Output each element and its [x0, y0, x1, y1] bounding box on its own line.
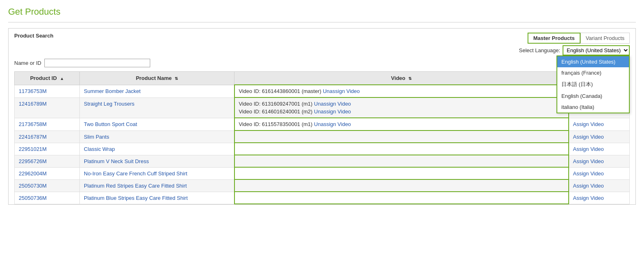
tab-master-products[interactable]: Master Products: [528, 33, 580, 44]
video-entry: Video ID: 6131609247001 (m1) Unassign Vi…: [239, 101, 564, 107]
language-select[interactable]: English (United States) français (France…: [563, 45, 630, 55]
product-id-link[interactable]: 12416789M: [19, 101, 47, 107]
cell-product-id: 21736758M: [15, 118, 80, 130]
cell-product-name: Two Button Sport Coat: [80, 118, 234, 130]
col-header-product-name[interactable]: Product Name ⇅: [80, 72, 234, 85]
cell-video: [234, 167, 569, 179]
assign-video-link[interactable]: Assign Video: [573, 170, 604, 177]
cell-product-name: Classic Wrap: [80, 143, 234, 155]
cell-assign-video: Assign Video: [569, 167, 630, 179]
product-id-link[interactable]: 21736758M: [19, 121, 47, 127]
product-id-link[interactable]: 22956726M: [19, 158, 47, 164]
product-name-link[interactable]: Two Button Sport Coat: [84, 121, 137, 127]
page-container: Get Products Product Search Master Produ…: [0, 0, 644, 211]
cell-video: [234, 192, 569, 204]
product-name-link[interactable]: No-Iron Easy Care French Cuff Striped Sh…: [84, 170, 187, 177]
sort-arrow-product-name: ⇅: [175, 76, 178, 81]
tab-variant-products[interactable]: Variant Products: [580, 33, 630, 44]
cell-product-id: 22956726M: [15, 155, 80, 167]
name-id-input[interactable]: [44, 59, 150, 67]
table-row: 22951021MClassic WrapAssign Video: [15, 143, 630, 155]
unassign-video-link[interactable]: Unassign Video: [323, 88, 360, 94]
language-dropdown-open: English (United States) français (France…: [556, 55, 630, 113]
table-row: 11736753MSummer Bomber JacketVideo ID: 6…: [15, 85, 630, 97]
page-title: Get Products: [8, 7, 636, 17]
table-row: 22956726MPlatinum V Neck Suit DressAssig…: [15, 155, 630, 167]
cell-product-name: Platinum Red Stripes Easy Care Fitted Sh…: [80, 179, 234, 192]
table-row: 21736758MTwo Button Sport CoatVideo ID: …: [15, 118, 630, 130]
cell-video: [234, 130, 569, 143]
unassign-video-link[interactable]: Unassign Video: [314, 101, 351, 107]
dropdown-option-en-ca[interactable]: English (Canada): [557, 91, 629, 102]
dropdown-option-en-us[interactable]: English (United States): [557, 56, 629, 67]
unassign-video-link[interactable]: Unassign Video: [314, 108, 351, 115]
products-table: Product ID ▲ Product Name ⇅ Video ⇅ 1173…: [14, 71, 630, 204]
cell-product-name: No-Iron Easy Care French Cuff Striped Sh…: [80, 167, 234, 179]
name-id-label: Name or ID: [14, 60, 41, 66]
sort-arrow-video: ⇅: [408, 76, 412, 81]
cell-video: Video ID: 6115578350001 (m1) Unassign Vi…: [234, 118, 569, 130]
cell-video: [234, 143, 569, 155]
product-search-section: Product Search Master Products Variant P…: [8, 28, 636, 205]
assign-video-link[interactable]: Assign Video: [573, 146, 604, 152]
cell-video: [234, 155, 569, 167]
product-id-link[interactable]: 22416787M: [19, 134, 47, 140]
tab-and-language: Master Products Variant Products Select …: [519, 33, 630, 55]
product-name-link[interactable]: Classic Wrap: [84, 146, 115, 152]
product-id-link[interactable]: 25050730M: [19, 183, 47, 189]
table-row: 22962004MNo-Iron Easy Care French Cuff S…: [15, 167, 630, 179]
video-entry: Video ID: 6115578350001 (m1) Unassign Vi…: [239, 121, 564, 127]
cell-product-id: 22951021M: [15, 143, 80, 155]
product-name-link[interactable]: Straight Leg Trousers: [84, 101, 134, 107]
product-name-link[interactable]: Platinum Red Stripes Easy Care Fitted Sh…: [84, 183, 187, 189]
assign-video-link[interactable]: Assign Video: [573, 195, 604, 201]
divider: [8, 22, 636, 22]
cell-product-id: 22962004M: [15, 167, 80, 179]
cell-assign-video: Assign Video: [569, 192, 630, 204]
table-row: 25050730MPlatinum Red Stripes Easy Care …: [15, 179, 630, 192]
product-name-link[interactable]: Summer Bomber Jacket: [84, 88, 140, 94]
cell-product-id: 25050730M: [15, 179, 80, 192]
cell-product-name: Summer Bomber Jacket: [80, 85, 234, 97]
product-id-link[interactable]: 22951021M: [19, 146, 47, 152]
assign-video-link[interactable]: Assign Video: [573, 158, 604, 164]
assign-video-link[interactable]: Assign Video: [573, 134, 604, 140]
col-header-product-id[interactable]: Product ID ▲: [15, 72, 80, 85]
tabs-row: Master Products Variant Products: [528, 33, 630, 44]
cell-product-id: 22416787M: [15, 130, 80, 143]
product-id-link[interactable]: 25050736M: [19, 195, 47, 201]
dropdown-option-it-it[interactable]: italiano (Italia): [557, 102, 629, 113]
product-id-link[interactable]: 11736753M: [19, 88, 47, 94]
product-name-link[interactable]: Slim Pants: [84, 134, 109, 140]
cell-product-name: Platinum Blue Stripes Easy Care Fitted S…: [80, 192, 234, 204]
cell-product-name: Platinum V Neck Suit Dress: [80, 155, 234, 167]
cell-assign-video: Assign Video: [569, 179, 630, 192]
product-name-link[interactable]: Platinum V Neck Suit Dress: [84, 158, 149, 164]
dropdown-option-fr-fr[interactable]: français (France): [557, 67, 629, 78]
cell-video: Video ID: 6161443860001 (master) Unassig…: [234, 85, 569, 97]
cell-video: Video ID: 6131609247001 (m1) Unassign Vi…: [234, 97, 569, 118]
product-name-link[interactable]: Platinum Blue Stripes Easy Care Fitted S…: [84, 195, 188, 201]
table-row: 22416787MSlim PantsAssign Video: [15, 130, 630, 143]
table-row: 12416789MStraight Leg TrousersVideo ID: …: [15, 97, 630, 118]
cell-assign-video: Assign Video: [569, 130, 630, 143]
cell-assign-video: Assign Video: [569, 155, 630, 167]
dropdown-option-ja-jp[interactable]: 日本語 (日本): [557, 78, 629, 91]
product-id-link[interactable]: 22962004M: [19, 170, 47, 177]
assign-video-link[interactable]: Assign Video: [573, 121, 604, 127]
language-dropdown-wrapper: English (United States) français (France…: [563, 45, 630, 55]
assign-video-link[interactable]: Assign Video: [573, 183, 604, 189]
cell-product-name: Slim Pants: [80, 130, 234, 143]
video-entry: Video ID: 6146016240001 (m2) Unassign Vi…: [239, 108, 564, 115]
cell-video: [234, 179, 569, 192]
cell-product-id: 12416789M: [15, 97, 80, 118]
sort-arrow-product-id: ▲: [60, 76, 64, 81]
language-row: Select Language: English (United States)…: [519, 45, 630, 55]
section-title: Product Search: [14, 33, 53, 39]
col-header-video[interactable]: Video ⇅: [234, 72, 569, 85]
name-id-row: Name or ID: [14, 59, 630, 67]
unassign-video-link[interactable]: Unassign Video: [314, 121, 351, 127]
cell-product-name: Straight Leg Trousers: [80, 97, 234, 118]
video-entry: Video ID: 6161443860001 (master) Unassig…: [239, 88, 564, 94]
section-header-row: Product Search Master Products Variant P…: [14, 33, 630, 55]
